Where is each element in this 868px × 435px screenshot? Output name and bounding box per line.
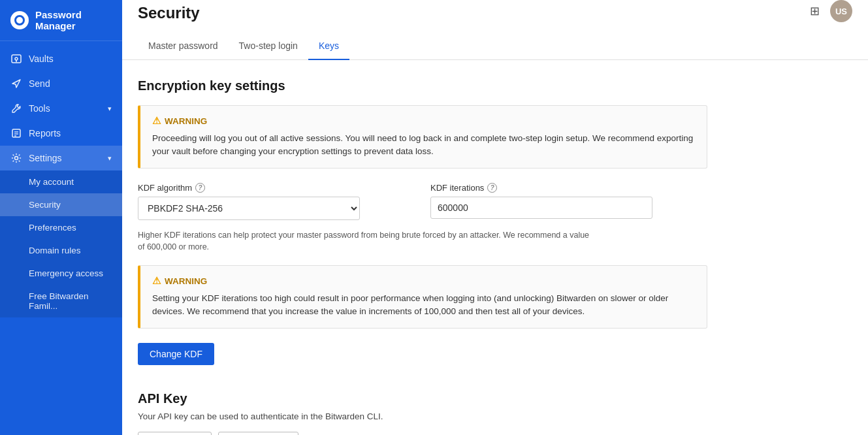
bitwarden-logo <box>10 11 29 29</box>
warning-text-1: Proceeding will log you out of all activ… <box>152 132 695 159</box>
kdf-iterations-label: KDF iterations ? <box>430 183 707 193</box>
app-title: Password Manager <box>35 9 112 31</box>
settings-submenu: My account Security Preferences Domain r… <box>0 170 122 317</box>
sidebar-item-vaults-label: Vaults <box>29 54 54 64</box>
sidebar-item-free-bitwarden[interactable]: Free Bitwarden Famil... <box>0 285 122 317</box>
view-api-key-button[interactable]: View API key <box>138 432 212 436</box>
warning-icon-2: ⚠ <box>152 275 161 287</box>
sidebar-item-settings-label: Settings <box>29 153 62 163</box>
tab-master-password[interactable]: Master password <box>138 33 229 60</box>
kdf-hint-text: Higher KDF iterations can help protect y… <box>138 229 595 254</box>
reports-icon <box>10 127 22 139</box>
send-icon <box>10 78 22 89</box>
kdf-algorithm-label: KDF algorithm ? <box>138 183 415 193</box>
warning-label-1: WARNING <box>165 116 207 126</box>
sidebar-item-domain-rules-label: Domain rules <box>29 246 81 255</box>
api-key-title: API Key <box>138 391 707 406</box>
tab-two-step-login[interactable]: Two-step login <box>229 33 308 60</box>
warning-label-2: WARNING <box>165 276 207 286</box>
sidebar-item-security-label: Security <box>29 200 61 210</box>
tools-chevron-icon: ▾ <box>108 105 112 113</box>
kdf-form-row: KDF algorithm ? PBKDF2 SHA-256 Argon2id … <box>138 183 707 220</box>
sidebar-nav: Vaults Send Tools ▾ Reports Settings <box>0 41 122 435</box>
grid-icon[interactable]: ⊞ <box>810 4 820 18</box>
warning-icon-1: ⚠ <box>152 115 161 127</box>
svg-point-7 <box>15 157 18 160</box>
warning-header-1: ⚠ WARNING <box>152 115 695 127</box>
api-key-section: API Key Your API key can be used to auth… <box>138 391 707 436</box>
sidebar-item-domain-rules[interactable]: Domain rules <box>0 239 122 262</box>
sidebar-item-emergency-access-label: Emergency access <box>29 268 103 278</box>
sidebar-item-my-account[interactable]: My account <box>0 170 122 193</box>
main-content: Security ⊞ US Master password Two-step l… <box>122 0 868 435</box>
sidebar-item-send[interactable]: Send <box>0 71 122 96</box>
tab-keys[interactable]: Keys <box>308 33 349 60</box>
kdf-algorithm-select[interactable]: PBKDF2 SHA-256 Argon2id <box>138 197 360 220</box>
sidebar: Password Manager Vaults Send Tools ▾ <box>0 0 122 435</box>
api-key-description: Your API key can be used to authenticate… <box>138 411 707 421</box>
sidebar-item-emergency-access[interactable]: Emergency access <box>0 262 122 285</box>
sidebar-item-security[interactable]: Security <box>0 193 122 216</box>
kdf-algorithm-group: KDF algorithm ? PBKDF2 SHA-256 Argon2id <box>138 183 415 220</box>
kdf-algorithm-help-icon[interactable]: ? <box>195 183 205 193</box>
sidebar-item-preferences-label: Preferences <box>29 223 76 233</box>
sidebar-item-reports-label: Reports <box>29 128 61 138</box>
tabs-container: Master password Two-step login Keys <box>122 33 868 60</box>
change-kdf-button[interactable]: Change KDF <box>138 343 214 365</box>
settings-icon <box>10 152 22 164</box>
page-header: Security ⊞ US <box>122 0 868 33</box>
content-area: Encryption key settings ⚠ WARNING Procee… <box>122 60 723 435</box>
warning-box-2: ⚠ WARNING Setting your KDF iterations to… <box>138 265 707 329</box>
kdf-iterations-group: KDF iterations ? <box>430 183 707 220</box>
sidebar-item-vaults[interactable]: Vaults <box>0 46 122 71</box>
sidebar-item-my-account-label: My account <box>29 177 74 187</box>
svg-point-1 <box>15 57 18 60</box>
kdf-iterations-input[interactable] <box>430 197 652 219</box>
section-title: Encryption key settings <box>138 78 707 93</box>
sidebar-header: Password Manager <box>0 0 122 41</box>
sidebar-item-free-bitwarden-label: Free Bitwarden Famil... <box>29 291 112 311</box>
sidebar-item-preferences[interactable]: Preferences <box>0 216 122 239</box>
avatar[interactable]: US <box>830 0 852 22</box>
warning-header-2: ⚠ WARNING <box>152 275 695 287</box>
warning-box-1: ⚠ WARNING Proceeding will log you out of… <box>138 105 707 169</box>
sidebar-item-tools[interactable]: Tools ▾ <box>0 96 122 121</box>
settings-chevron-icon: ▾ <box>108 154 112 163</box>
rotate-api-key-button[interactable]: Rotate API key <box>218 432 298 436</box>
sidebar-item-reports[interactable]: Reports <box>0 121 122 146</box>
kdf-iterations-help-icon[interactable]: ? <box>487 183 497 193</box>
page-title: Security <box>138 4 200 33</box>
sidebar-item-settings[interactable]: Settings ▾ <box>0 146 122 170</box>
sidebar-item-send-label: Send <box>29 78 50 89</box>
api-key-buttons: View API key Rotate API key <box>138 432 707 436</box>
warning-text-2: Setting your KDF iterations too high cou… <box>152 292 695 319</box>
vault-icon <box>10 53 22 65</box>
tools-icon <box>10 103 22 114</box>
sidebar-item-tools-label: Tools <box>29 103 50 114</box>
header-right: ⊞ US <box>810 0 852 33</box>
